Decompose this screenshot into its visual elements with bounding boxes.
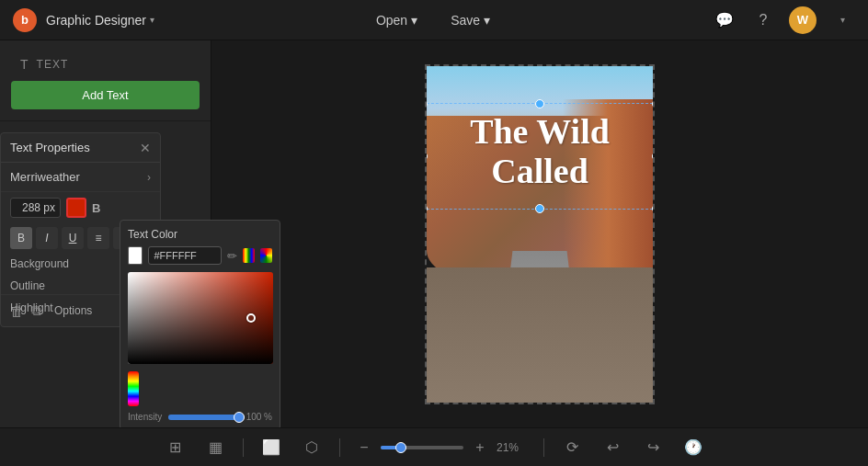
- font-name-label: Merriweather: [10, 170, 80, 184]
- layers-icon[interactable]: ⊞: [162, 435, 188, 460]
- grid-icon[interactable]: ▦: [202, 435, 228, 460]
- rainbow-swatch[interactable]: [243, 248, 255, 263]
- text-props-title: Text Properties: [10, 141, 90, 154]
- text-color-swatch[interactable]: [66, 198, 86, 218]
- zoom-handle[interactable]: [395, 442, 406, 453]
- open-button[interactable]: Open ▾: [369, 9, 425, 31]
- align-left-button[interactable]: ≡: [87, 227, 109, 249]
- italic-button[interactable]: I: [36, 227, 58, 249]
- comment-icon[interactable]: 💬: [712, 7, 737, 33]
- open-chevron: ▾: [411, 13, 417, 28]
- help-icon[interactable]: ?: [750, 7, 776, 33]
- canvas-text: The Wild Called: [427, 112, 653, 192]
- redo-icon[interactable]: ↪: [640, 435, 666, 460]
- intensity-value: 100 %: [245, 412, 272, 422]
- intensity-row: Intensity 100 %: [128, 412, 272, 422]
- zoom-level-label: 21%: [497, 441, 529, 454]
- app-name-chevron: ▾: [150, 15, 154, 25]
- sidebar-text-section: T TEXT Add Text: [0, 40, 211, 121]
- zoom-slider[interactable]: [381, 446, 463, 449]
- history-icon[interactable]: 🕐: [680, 435, 706, 460]
- zoom-out-button[interactable]: −: [355, 438, 373, 457]
- undo-icon[interactable]: ↩: [600, 435, 625, 460]
- text-props-header: Text Properties ✕: [1, 133, 160, 163]
- bold-button[interactable]: B: [10, 227, 32, 249]
- account-chevron-icon[interactable]: ▾: [829, 7, 855, 33]
- save-button[interactable]: Save ▾: [443, 9, 497, 31]
- hex-color-input[interactable]: [148, 246, 222, 265]
- canvas-text-line2: Called: [436, 152, 644, 192]
- intensity-slider[interactable]: [168, 415, 241, 420]
- app-name[interactable]: Graphic Designer ▾: [46, 13, 154, 28]
- frame-icon[interactable]: ⬜: [258, 435, 284, 460]
- avatar-letter: W: [797, 13, 808, 27]
- bottom-bar: ⊞ ▦ ⬜ ⬡ − + 21% ⟳ ↩ ↪ 🕐: [0, 427, 868, 466]
- topbar-right: 💬 ? W ▾: [712, 6, 855, 34]
- sidebar: T TEXT Add Text Text Properties ✕ Merriw…: [0, 40, 211, 427]
- hue-bar[interactable]: [128, 371, 139, 406]
- topbar: b Graphic Designer ▾ Open ▾ Save ▾ 💬 ? W…: [0, 0, 868, 40]
- background-label: Background: [10, 257, 69, 270]
- save-label: Save: [451, 13, 480, 28]
- open-label: Open: [376, 13, 407, 28]
- options-button[interactable]: Options: [49, 302, 97, 319]
- app-name-label: Graphic Designer: [46, 13, 146, 28]
- intensity-handle[interactable]: [234, 412, 245, 423]
- underline-button[interactable]: U: [62, 227, 84, 249]
- divider2: [339, 438, 340, 457]
- duplicate-icon[interactable]: ⧉: [31, 302, 41, 319]
- font-arrow-icon: ›: [147, 171, 151, 184]
- color-picker-popup: Text Color ✏ Intensity: [120, 220, 280, 427]
- intensity-label: Intensity: [128, 412, 165, 422]
- avatar[interactable]: W: [789, 6, 817, 34]
- eyedropper-icon[interactable]: ✏: [227, 249, 237, 263]
- color-picker-title: Text Color: [128, 228, 272, 241]
- font-size-input[interactable]: [10, 198, 61, 218]
- canvas-text-line1: The Wild: [436, 112, 644, 153]
- zoom-in-button[interactable]: +: [471, 438, 489, 457]
- font-selector-row[interactable]: Merriweather ›: [1, 163, 160, 192]
- export-icon[interactable]: ⬡: [299, 435, 325, 460]
- hue-slider-row: [128, 371, 272, 406]
- refresh-icon[interactable]: ⟳: [559, 435, 585, 460]
- close-button[interactable]: ✕: [140, 142, 151, 154]
- outline-label: Outline: [10, 279, 45, 292]
- divider: [243, 438, 244, 457]
- text-section-label: T TEXT: [11, 51, 200, 77]
- conic-swatch[interactable]: [260, 248, 272, 263]
- color-hex-row: ✏: [128, 246, 272, 265]
- intensity-fill: [168, 415, 241, 420]
- app-logo: b: [13, 8, 37, 32]
- canvas-area: The Wild Called: [211, 40, 868, 427]
- current-color-preview: [128, 246, 143, 265]
- delete-icon[interactable]: 🗑: [10, 303, 24, 319]
- text-label: TEXT: [37, 58, 69, 71]
- topbar-center: Open ▾ Save ▾: [164, 9, 702, 31]
- font-bold-indicator: B: [92, 201, 100, 215]
- color-gradient-area[interactable]: [128, 272, 273, 364]
- divider3: [543, 438, 544, 457]
- add-text-button[interactable]: Add Text: [11, 81, 200, 109]
- size-row: B: [1, 192, 160, 223]
- gradient-handle[interactable]: [246, 313, 256, 323]
- zoom-control: − + 21%: [355, 438, 529, 457]
- main-area: T TEXT Add Text Text Properties ✕ Merriw…: [0, 40, 868, 427]
- design-canvas[interactable]: The Wild Called: [425, 64, 655, 404]
- save-chevron: ▾: [484, 13, 490, 28]
